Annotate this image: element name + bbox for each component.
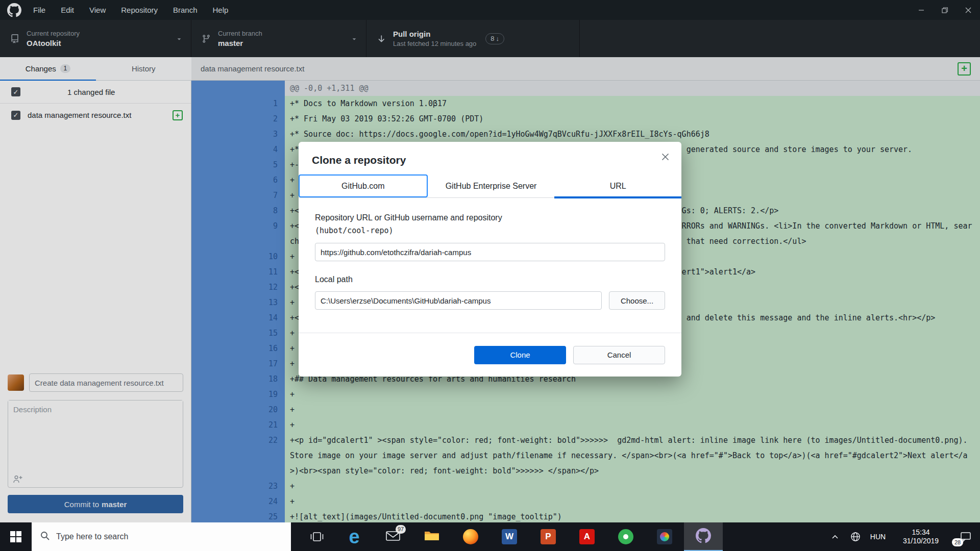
- acrobat-icon: A: [579, 529, 595, 544]
- app-window: FileEditViewRepositoryBranchHelp Current…: [0, 0, 980, 551]
- dialog-body: Repository URL or GitHub username and re…: [299, 198, 681, 310]
- search-icon: [40, 531, 50, 543]
- repo-url-label: Repository URL or GitHub username and re…: [315, 213, 665, 222]
- close-icon[interactable]: [662, 153, 669, 161]
- system-tray: HUN 15:34 31/10/2019 28: [825, 522, 980, 551]
- tab-github-enterprise[interactable]: GitHub Enterprise Server: [428, 174, 555, 197]
- notification-count-badge: 28: [952, 538, 963, 546]
- clock[interactable]: 15:34 31/10/2019: [890, 528, 951, 545]
- edge-icon: e: [349, 529, 359, 544]
- tab-github-com[interactable]: GitHub.com: [299, 174, 428, 197]
- taskbar-app-acrobat[interactable]: A: [568, 522, 606, 551]
- word-icon: W: [502, 529, 517, 544]
- file-explorer-icon: [424, 530, 439, 544]
- clock-date: 31/10/2019: [890, 537, 951, 545]
- clone-repository-dialog: Clone a repository GitHub.com GitHub Ent…: [299, 142, 681, 377]
- tab-url[interactable]: URL: [554, 174, 681, 197]
- taskbar-app-mail[interactable]: 97: [374, 522, 412, 551]
- tray-chevron-up-icon[interactable]: [825, 522, 845, 551]
- firefox-icon: [463, 529, 478, 544]
- network-icon[interactable]: [845, 522, 866, 551]
- dialog-footer: Clone Cancel: [299, 333, 681, 377]
- windows-taskbar: e 97 W P A HUN: [0, 522, 980, 551]
- taskbar-search[interactable]: [32, 522, 291, 551]
- search-input[interactable]: [56, 532, 250, 541]
- taskbar-app-edge[interactable]: e: [335, 522, 374, 551]
- taskbar-app-green[interactable]: [606, 522, 645, 551]
- taskbar-app-word[interactable]: W: [490, 522, 529, 551]
- repo-url-input[interactable]: [315, 243, 665, 261]
- powerpoint-icon: P: [541, 529, 556, 544]
- dialog-title: Clone a repository: [299, 142, 681, 174]
- action-center-button[interactable]: 28: [951, 522, 980, 551]
- task-view-button[interactable]: [299, 522, 335, 551]
- cancel-button[interactable]: Cancel: [573, 346, 665, 364]
- local-path-label: Local path: [315, 275, 665, 284]
- clone-button[interactable]: Clone: [474, 346, 566, 364]
- paint-app-icon: [657, 529, 672, 544]
- repo-url-hint: (hubot/cool-repo): [315, 226, 665, 235]
- local-path-input[interactable]: [315, 291, 602, 310]
- taskbar-app-paint[interactable]: [645, 522, 684, 551]
- github-desktop-icon: [696, 528, 711, 545]
- clock-time: 15:34: [890, 528, 951, 537]
- taskbar-app-firefox[interactable]: [451, 522, 490, 551]
- mail-badge: 97: [396, 525, 406, 534]
- dialog-tabbar: GitHub.com GitHub Enterprise Server URL: [299, 174, 681, 198]
- start-button[interactable]: [0, 522, 32, 551]
- taskbar-app-powerpoint[interactable]: P: [529, 522, 568, 551]
- taskbar-app-explorer[interactable]: [412, 522, 451, 551]
- language-indicator[interactable]: HUN: [866, 533, 890, 541]
- choose-button[interactable]: Choose...: [609, 291, 665, 310]
- green-app-icon: [618, 529, 633, 544]
- taskbar-app-github-desktop[interactable]: [684, 522, 723, 551]
